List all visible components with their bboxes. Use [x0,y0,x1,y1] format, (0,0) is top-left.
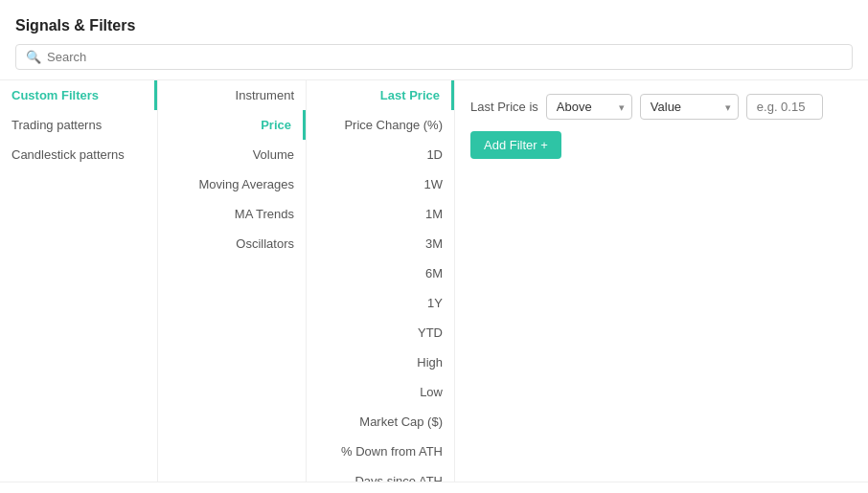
list-item-1y[interactable]: 1Y [307,288,454,318]
middle-item-instrument[interactable]: Instrument [158,80,306,110]
value-type-select[interactable]: ValuePercentageRange [640,94,739,120]
add-filter-button[interactable]: Add Filter + [470,131,561,159]
main-layout: Custom FiltersTrading patternsCandlestic… [0,79,868,482]
left-item-candlestick-patterns[interactable]: Candlestick patterns [0,140,157,169]
middle-item-price[interactable]: Price [158,110,306,140]
list-item-market-cap[interactable]: Market Cap ($) [307,407,454,437]
middle-column: InstrumentPriceVolumeMoving AveragesMA T… [158,80,307,482]
list-item-price-change[interactable]: Price Change (%) [307,110,454,140]
search-bar[interactable]: 🔍 [15,44,853,70]
search-icon: 🔍 [26,50,41,64]
search-wrapper: 🔍 [0,44,868,79]
list-item-1m[interactable]: 1M [307,199,454,229]
list-column: Last PricePrice Change (%)1D1W1M3M6M1YYT… [307,80,455,482]
list-item-1d[interactable]: 1D [307,140,454,169]
filter-row: Last Price is AboveBelowEqual toBetween … [470,94,853,120]
middle-item-volume[interactable]: Volume [158,140,306,169]
filter-value-input[interactable] [746,94,823,120]
list-item-down-from-ath[interactable]: % Down from ATH [307,437,454,466]
filter-panel: Last Price is AboveBelowEqual toBetween … [455,80,868,482]
middle-item-oscillators[interactable]: Oscillators [158,229,306,258]
left-item-custom-filters[interactable]: Custom Filters [0,80,157,110]
add-filter-row: Add Filter + [470,131,853,159]
list-item-high[interactable]: High [307,347,454,377]
left-item-trading-patterns[interactable]: Trading patterns [0,110,157,140]
list-item-6m[interactable]: 6M [307,258,454,288]
list-item-3m[interactable]: 3M [307,229,454,258]
list-item-1w[interactable]: 1W [307,169,454,199]
list-item-ytd[interactable]: YTD [307,318,454,347]
value-type-select-wrapper: ValuePercentageRange [640,94,739,120]
search-input[interactable] [47,50,842,64]
page-header: Signals & Filters [0,0,868,44]
list-item-low[interactable]: Low [307,377,454,407]
list-item-days-since-ath[interactable]: Days since ATH [307,466,454,482]
middle-item-ma-trends[interactable]: MA Trends [158,199,306,229]
condition-select-wrapper: AboveBelowEqual toBetween [546,94,632,120]
list-item-last-price[interactable]: Last Price [307,80,454,110]
left-column: Custom FiltersTrading patternsCandlestic… [0,80,158,482]
filter-label: Last Price is [470,100,538,114]
bottom-bar: 2,843 Items [0,482,868,493]
middle-item-moving-averages[interactable]: Moving Averages [158,169,306,199]
condition-select[interactable]: AboveBelowEqual toBetween [546,94,632,120]
